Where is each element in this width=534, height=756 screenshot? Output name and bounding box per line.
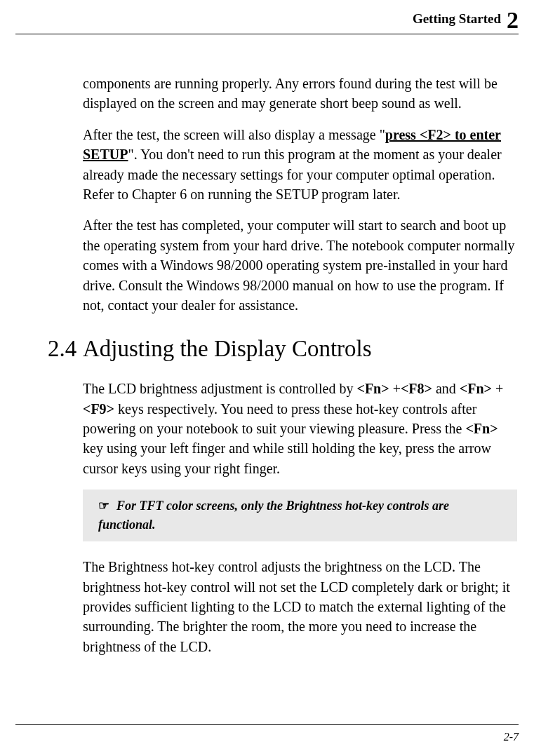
- content-area: components are running properly. Any err…: [83, 74, 517, 668]
- note-text: For TFT color screens, only the Brightne…: [98, 499, 449, 532]
- pointing-hand-icon: ☞: [98, 497, 116, 515]
- footer-rule: [15, 724, 519, 725]
- key-fn: <Fn>: [460, 381, 492, 396]
- text: The LCD brightness adjustment is control…: [83, 381, 357, 396]
- text: key using your left finger and while sti…: [83, 440, 491, 475]
- key-f9: <F9>: [83, 401, 114, 417]
- page-header: Getting Started 2: [413, 7, 519, 34]
- header-chapter-number: 2: [507, 7, 519, 33]
- header-title: Getting Started: [413, 11, 501, 26]
- key-f8: <F8>: [401, 381, 432, 396]
- header-rule: [15, 34, 519, 34]
- key-fn: <Fn>: [465, 421, 498, 436]
- text: ". You don't need to run this program at…: [83, 147, 502, 202]
- text: keys respectively. You need to press the…: [83, 401, 476, 436]
- section-number: 2.4: [48, 336, 83, 362]
- text: and: [432, 381, 460, 396]
- paragraph: components are running properly. Any err…: [83, 74, 517, 114]
- page: Getting Started 2 components are running…: [0, 0, 534, 756]
- note-box: ☞For TFT color screens, only the Brightn…: [83, 490, 517, 541]
- page-number: 2-7: [504, 731, 519, 743]
- paragraph: After the test, the screen will also dis…: [83, 125, 517, 205]
- paragraph: After the test has completed, your compu…: [83, 215, 517, 315]
- key-fn: <Fn>: [357, 381, 389, 396]
- section-title: Adjusting the Display Controls: [83, 336, 372, 361]
- text: +: [389, 381, 401, 396]
- paragraph: The Brightness hot-key control adjusts t…: [83, 557, 517, 656]
- text: +: [492, 381, 503, 396]
- section-heading: 2.4Adjusting the Display Controls: [48, 336, 517, 362]
- text: After the test, the screen will also dis…: [83, 127, 385, 142]
- paragraph: The LCD brightness adjustment is control…: [83, 379, 517, 478]
